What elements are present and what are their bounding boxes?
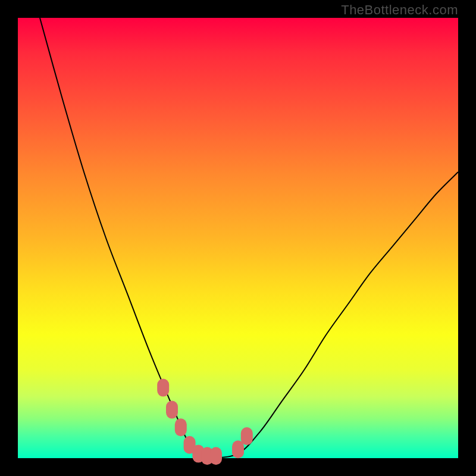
- highlight-point: [210, 447, 222, 465]
- highlight-point: [157, 379, 169, 397]
- chart-svg: [18, 18, 458, 458]
- bottleneck-curve: [40, 18, 458, 459]
- highlight-point: [166, 401, 178, 419]
- chart-frame: TheBottleneck.com: [0, 0, 476, 476]
- plot-area: [18, 18, 458, 458]
- attribution-text: TheBottleneck.com: [341, 2, 458, 18]
- highlight-point: [175, 418, 187, 436]
- highlight-point: [232, 440, 244, 458]
- highlight-points: [157, 379, 253, 465]
- highlight-point: [241, 427, 253, 445]
